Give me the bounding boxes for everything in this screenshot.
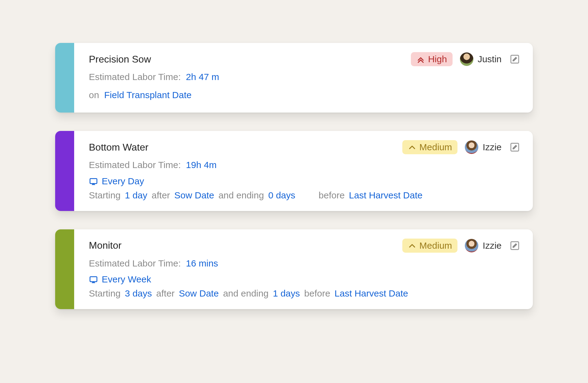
end-event[interactable]: Last Harvest Date <box>349 190 423 201</box>
on-label: on <box>89 90 99 100</box>
estimated-labor-value[interactable]: 16 mins <box>186 258 218 268</box>
pencil-icon <box>510 142 520 152</box>
starting-label: Starting <box>89 190 120 201</box>
edit-button[interactable] <box>509 141 521 153</box>
single-date-event[interactable]: Field Transplant Date <box>104 90 192 100</box>
edit-button[interactable] <box>509 240 521 251</box>
after-label: after <box>156 288 175 299</box>
priority-label: Medium <box>419 142 452 152</box>
assignee-name: Izzie <box>483 240 502 251</box>
estimated-labor-row: Estimated Labor Time: 16 mins <box>89 256 521 271</box>
repeat-icon <box>89 275 98 284</box>
priority-badge[interactable]: Medium <box>402 140 458 154</box>
card-header-row: Bottom WaterMediumIzzie <box>89 140 521 154</box>
task-card[interactable]: Bottom WaterMediumIzzieEstimated Labor T… <box>55 131 533 211</box>
start-event[interactable]: Sow Date <box>174 190 214 201</box>
pencil-icon <box>510 240 520 251</box>
estimated-labor-value[interactable]: 2h 47 m <box>186 72 219 82</box>
schedule-row: Starting3 daysafterSow Dateand ending1 d… <box>89 288 521 299</box>
repeat-label: Every Day <box>102 176 144 186</box>
assignee[interactable]: Izzie <box>465 239 502 252</box>
accent-bar <box>55 229 74 309</box>
accent-bar <box>55 131 74 211</box>
and-ending-label: and ending <box>223 288 268 299</box>
avatar <box>465 140 478 154</box>
header-right-cluster: MediumIzzie <box>402 140 521 154</box>
schedule-row: Starting1 dayafterSow Dateand ending0 da… <box>89 190 521 201</box>
assignee[interactable]: Justin <box>460 52 502 66</box>
end-offset[interactable]: 1 days <box>273 288 300 299</box>
single-date-row: on Field Transplant Date <box>89 88 521 102</box>
header-right-cluster: MediumIzzie <box>402 239 521 253</box>
start-offset[interactable]: 1 day <box>125 190 147 201</box>
double-chevron-up-icon <box>416 55 425 63</box>
assignee[interactable]: Izzie <box>465 140 502 154</box>
card-body: Bottom WaterMediumIzzieEstimated Labor T… <box>74 131 533 211</box>
accent-bar <box>55 43 74 113</box>
end-offset[interactable]: 0 days <box>268 190 295 201</box>
priority-label: Medium <box>419 240 452 251</box>
starting-label: Starting <box>89 288 120 299</box>
end-event[interactable]: Last Harvest Date <box>335 288 408 299</box>
repeat-label: Every Week <box>102 274 151 285</box>
and-ending-label: and ending <box>218 190 264 201</box>
estimated-labor-value[interactable]: 19h 4m <box>186 160 217 170</box>
edit-button[interactable] <box>509 53 521 65</box>
card-header-row: MonitorMediumIzzie <box>89 239 521 253</box>
estimated-labor-label: Estimated Labor Time: <box>89 72 181 82</box>
before-label: before <box>319 190 345 201</box>
task-title: Bottom Water <box>89 142 148 153</box>
estimated-labor-row: Estimated Labor Time: 19h 4m <box>89 158 521 172</box>
start-offset[interactable]: 3 days <box>125 288 152 299</box>
estimated-labor-label: Estimated Labor Time: <box>89 258 181 268</box>
svg-rect-2 <box>90 178 97 183</box>
task-title: Precision Sow <box>89 54 151 65</box>
card-header-row: Precision SowHighJustin <box>89 52 521 66</box>
task-card[interactable]: MonitorMediumIzzieEstimated Labor Time: … <box>55 229 533 309</box>
task-list: Precision SowHighJustinEstimated Labor T… <box>55 43 533 309</box>
repeat-row[interactable]: Every Day <box>89 176 521 186</box>
priority-badge[interactable]: High <box>411 52 453 66</box>
assignee-name: Justin <box>478 54 502 64</box>
chevron-up-icon <box>408 241 416 250</box>
priority-label: High <box>428 54 447 64</box>
estimated-labor-row: Estimated Labor Time: 2h 47 m <box>89 70 521 84</box>
svg-rect-4 <box>90 277 97 282</box>
repeat-row[interactable]: Every Week <box>89 274 521 285</box>
task-title: Monitor <box>89 240 122 251</box>
before-label: before <box>304 288 330 299</box>
repeat-icon <box>89 177 98 186</box>
estimated-labor-label: Estimated Labor Time: <box>89 160 181 170</box>
card-body: MonitorMediumIzzieEstimated Labor Time: … <box>74 229 533 309</box>
header-right-cluster: HighJustin <box>411 52 521 66</box>
pencil-icon <box>510 54 520 64</box>
after-label: after <box>152 190 170 201</box>
card-body: Precision SowHighJustinEstimated Labor T… <box>74 43 533 113</box>
priority-badge[interactable]: Medium <box>402 239 458 253</box>
assignee-name: Izzie <box>483 142 502 152</box>
task-card[interactable]: Precision SowHighJustinEstimated Labor T… <box>55 43 533 113</box>
avatar <box>465 239 478 252</box>
start-event[interactable]: Sow Date <box>179 288 219 299</box>
chevron-up-icon <box>408 143 416 151</box>
avatar <box>460 52 473 66</box>
